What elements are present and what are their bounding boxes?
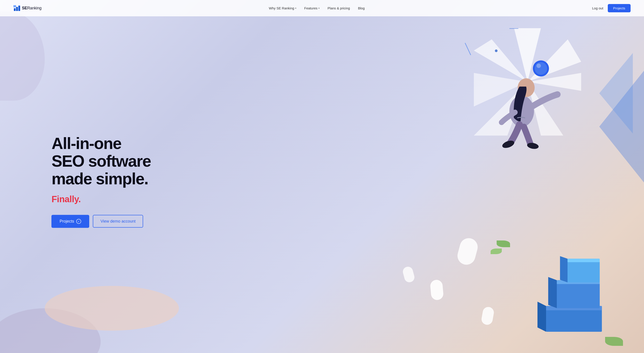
- hero-headline: All-in-one SEO software made simple.: [52, 135, 151, 188]
- cloud-shape-2: [430, 279, 444, 300]
- svg-marker-20: [538, 302, 546, 332]
- projects-hero-button[interactable]: Projects ✓: [52, 215, 89, 228]
- svg-marker-23: [548, 277, 557, 308]
- logo-link[interactable]: SERanking: [14, 5, 41, 12]
- nav-plans-pricing[interactable]: Plans & pricing: [328, 6, 350, 10]
- chevron-down-icon: ▾: [318, 7, 320, 10]
- geo-triangle-2: [599, 53, 633, 134]
- navbar: SERanking Why SE Ranking ▾ Features ▾ Pl…: [0, 0, 644, 16]
- svg-rect-25: [568, 259, 600, 262]
- nav-links: Why SE Ranking ▾ Features ▾ Plans & pric…: [269, 6, 365, 10]
- svg-rect-24: [568, 259, 600, 282]
- figure: [475, 53, 569, 169]
- bg-blob-3: [0, 11, 45, 101]
- chevron-down-icon: ▾: [295, 7, 296, 10]
- svg-rect-0: [14, 8, 16, 11]
- hero-section: SERanking Why SE Ranking ▾ Features ▾ Pl…: [0, 0, 644, 353]
- deco-dot: [495, 50, 498, 52]
- cloud-shape-1: [456, 236, 480, 267]
- logo-text: SERanking: [22, 6, 41, 11]
- bg-blob-2: [45, 286, 179, 331]
- svg-marker-26: [560, 256, 568, 282]
- cloud-shape-3: [481, 306, 495, 325]
- hero-buttons: Projects ✓ View demo account: [52, 215, 151, 228]
- svg-rect-1: [16, 7, 18, 11]
- hero-tagline: Finally.: [52, 194, 151, 204]
- leaf-shape-1: [497, 240, 510, 247]
- logout-button[interactable]: Log out: [592, 6, 603, 10]
- deco-line-1: [465, 43, 471, 56]
- projects-nav-button[interactable]: Projects: [608, 4, 630, 12]
- staircase: [503, 246, 610, 335]
- check-icon: ✓: [76, 219, 81, 224]
- hero-content: All-in-one SEO software made simple. Fin…: [52, 135, 151, 228]
- svg-rect-21: [557, 280, 600, 308]
- nav-blog[interactable]: Blog: [358, 6, 365, 10]
- hero-illustration: [226, 0, 644, 353]
- demo-button[interactable]: View demo account: [93, 215, 143, 228]
- cloud-shape-4: [402, 266, 416, 283]
- nav-actions: Log out Projects: [592, 4, 630, 12]
- leaf-shape-bottom: [605, 337, 623, 346]
- nav-features[interactable]: Features ▾: [304, 6, 320, 10]
- svg-rect-3: [14, 5, 16, 8]
- leaf-shape-2: [490, 248, 502, 254]
- deco-line-2: [510, 28, 518, 29]
- nav-why-se-ranking[interactable]: Why SE Ranking ▾: [269, 6, 296, 10]
- svg-rect-2: [18, 6, 20, 11]
- logo-icon: [14, 5, 20, 12]
